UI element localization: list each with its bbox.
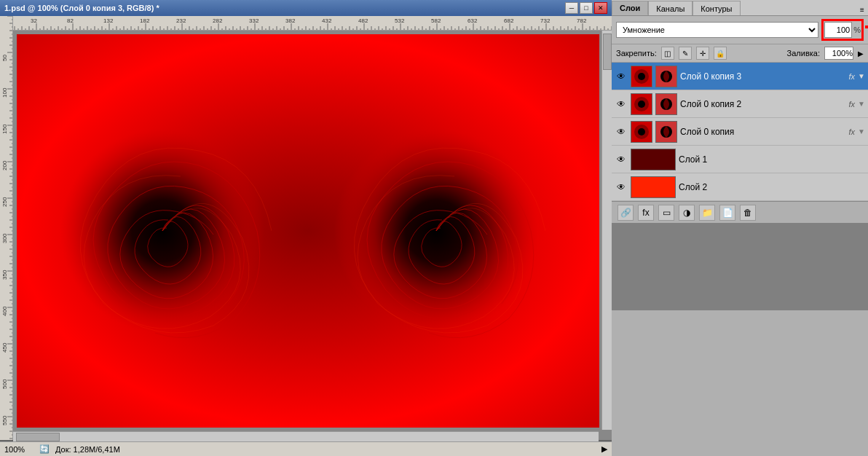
layer-4-thumb <box>631 66 652 87</box>
lock-image-btn[interactable]: ✎ <box>679 47 692 60</box>
layer-0-visibility[interactable]: 👁 <box>615 181 628 194</box>
scrollbar-horizontal[interactable] <box>13 431 599 441</box>
svg-rect-12 <box>632 149 674 170</box>
layer-4-expand[interactable]: ▼ <box>858 72 865 80</box>
add-mask-btn[interactable]: ▭ <box>658 205 674 221</box>
layer-2-mask-thumb <box>655 121 677 143</box>
ruler-vertical <box>0 16 13 440</box>
opacity-highlight-box: % <box>821 19 864 41</box>
scrollbar-v-thumb[interactable] <box>603 34 612 70</box>
panel-tabs: Слои Каналы Контуры ≡ <box>612 0 868 16</box>
right-panel: Слои Каналы Контуры ≡ Умножение % Закреп… <box>612 0 868 456</box>
opacity-input[interactable] <box>824 22 852 38</box>
lock-label: Закрепить: <box>616 49 657 58</box>
blend-mode-row: Умножение % <box>612 16 868 44</box>
layer-2-visibility[interactable]: 👁 <box>615 125 628 138</box>
canvas-area <box>13 31 612 440</box>
maximize-button[interactable]: □ <box>580 2 593 14</box>
scrollbar-vertical[interactable] <box>601 31 612 430</box>
layer-3-mask-thumb <box>655 93 677 115</box>
blend-mode-select[interactable]: Умножение <box>616 22 818 38</box>
svg-point-4 <box>638 73 645 80</box>
tab-kanaly[interactable]: Каналы <box>648 1 693 15</box>
layer-3-visibility[interactable]: 👁 <box>615 98 628 111</box>
status-bar: 100% 🔄 Док: 1,28M/6,41M ▶ <box>0 441 612 456</box>
doc-size: Док: 1,28M/6,41M <box>55 445 596 454</box>
swirl-right <box>327 122 545 340</box>
panel-menu-button[interactable]: ≡ <box>856 4 868 15</box>
fill-input[interactable] <box>824 47 853 60</box>
layer-3-name: Слой 0 копия 2 <box>680 99 846 109</box>
layer-3-thumb <box>631 93 652 115</box>
lock-all-btn[interactable]: 🔒 <box>714 47 727 60</box>
layer-item-1[interactable]: 👁 Слой 1 <box>612 146 868 173</box>
layers-toolbar: 🔗 fx ▭ ◑ 📁 📄 🗑 <box>612 201 868 223</box>
layer-0-name: Слой 2 <box>679 182 865 192</box>
window-title: 1.psd @ 100% (Слой 0 копия 3, RGB/8) * <box>4 4 159 12</box>
add-style-btn[interactable]: fx <box>638 205 654 221</box>
layer-1-name: Слой 1 <box>679 154 865 165</box>
layer-2-thumb <box>631 121 652 143</box>
svg-rect-13 <box>632 177 674 197</box>
link-layers-btn[interactable]: 🔗 <box>618 205 634 221</box>
minimize-button[interactable]: ─ <box>565 2 578 14</box>
red-arrow-icon <box>865 16 868 38</box>
layer-1-thumb <box>631 149 676 170</box>
opacity-percent: % <box>853 25 861 34</box>
panel-gray-area <box>612 223 868 310</box>
fill-arrow[interactable]: ▶ <box>858 50 864 58</box>
layers-list: 👁 Слой 0 копия 3 fx ▼ 👁 Слой 0 копия 2 f… <box>612 63 868 201</box>
layer-item-0[interactable]: 👁 Слой 2 <box>612 173 868 201</box>
window-controls[interactable]: ─ □ ✕ <box>565 2 607 14</box>
lock-transparent-btn[interactable]: ◫ <box>661 47 674 60</box>
new-layer-btn[interactable]: 📄 <box>719 205 735 221</box>
layer-item-3[interactable]: 👁 Слой 0 копия 2 fx ▼ <box>612 90 868 118</box>
layer-4-name: Слой 0 копия 3 <box>680 71 846 82</box>
layer-3-expand[interactable]: ▼ <box>858 100 865 108</box>
layer-3-fx: fx <box>849 100 856 109</box>
scrollbar-h-thumb[interactable] <box>16 433 60 441</box>
close-button[interactable]: ✕ <box>594 2 607 14</box>
lock-position-btn[interactable]: ✛ <box>696 47 709 60</box>
delete-layer-btn[interactable]: 🗑 <box>740 205 756 221</box>
adjustment-btn[interactable]: ◑ <box>679 205 695 221</box>
tab-sloi[interactable]: Слои <box>612 1 648 15</box>
layer-4-visibility[interactable]: 👁 <box>615 70 628 83</box>
title-bar: 1.psd @ 100% (Слой 0 копия 3, RGB/8) * ─… <box>0 0 612 16</box>
canvas-content <box>17 34 599 428</box>
layer-2-expand[interactable]: ▼ <box>858 127 865 135</box>
layer-0-thumb <box>631 176 676 198</box>
swirl-left <box>53 122 272 340</box>
layer-1-visibility[interactable]: 👁 <box>615 153 628 166</box>
lock-row: Закрепить: ◫ ✎ ✛ 🔒 Заливка: ▶ <box>612 44 868 63</box>
fill-label: Заливка: <box>787 49 820 58</box>
layer-4-mask-thumb <box>655 66 677 87</box>
zoom-level: 100% <box>4 445 33 454</box>
tab-kontury[interactable]: Контуры <box>693 1 740 15</box>
group-btn[interactable]: 📁 <box>699 205 715 221</box>
layer-2-fx: fx <box>849 127 856 136</box>
layer-4-fx: fx <box>849 72 856 81</box>
layer-2-name: Слой 0 копия <box>680 127 846 137</box>
forward-btn[interactable]: ▶ <box>601 444 607 454</box>
layer-item-4[interactable]: 👁 Слой 0 копия 3 fx ▼ <box>612 63 868 90</box>
svg-point-7 <box>638 101 645 108</box>
svg-marker-2 <box>865 17 868 36</box>
svg-point-10 <box>638 128 645 135</box>
ruler-horizontal <box>0 16 612 31</box>
layer-item-2[interactable]: 👁 Слой 0 копия fx ▼ <box>612 118 868 146</box>
document-canvas <box>17 34 599 428</box>
